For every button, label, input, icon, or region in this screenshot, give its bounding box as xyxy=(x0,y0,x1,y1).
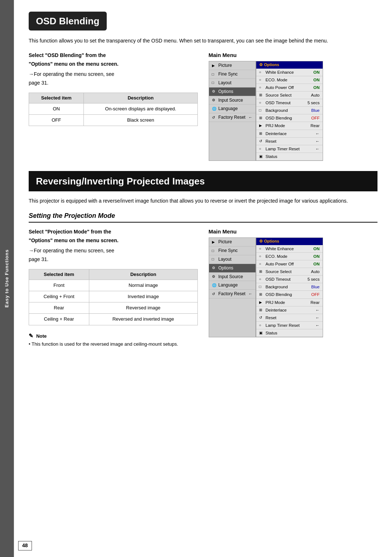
side-tab: Easy to Use Functions xyxy=(0,0,14,557)
note-box: ✎ Note • This function is used for the r… xyxy=(29,332,198,347)
option-icon: ↺ xyxy=(259,315,264,320)
menu-item: ▶Picture xyxy=(209,238,256,247)
option-label: Status xyxy=(266,330,306,336)
options-row: ⊞OSD BlendingOFF xyxy=(256,291,323,298)
option-value: ON xyxy=(307,77,320,83)
section1-menu-label: Main Menu xyxy=(209,51,378,59)
menu-item-label: Options xyxy=(219,265,233,271)
menu-icon: ▶ xyxy=(212,240,217,245)
options-row: ↺Reset← xyxy=(256,314,323,322)
section1-description: This function allows you to set the tran… xyxy=(29,37,377,45)
section2-options-menu: ⚙Options○White EnhanceON○ECO. ModeON○Aut… xyxy=(256,237,323,337)
menu-item: ↺Factory Reset← xyxy=(209,113,256,122)
menu-item-label: Options xyxy=(219,89,233,95)
menu-item: □Layout xyxy=(209,255,256,264)
options-row: ↺Reset← xyxy=(256,138,323,145)
section2-left: Select "Projection Mode" from the "Optio… xyxy=(29,228,198,347)
options-title: Options xyxy=(264,239,279,244)
options-row: ○White EnhanceON xyxy=(256,69,323,76)
menu-icon: □ xyxy=(212,257,217,262)
option-icon: ⊞ xyxy=(259,269,264,274)
menu-item-label: Layout xyxy=(219,80,232,86)
s2-instruction-line4: page 31. xyxy=(29,256,49,262)
enter-arrow: ← xyxy=(249,291,253,297)
table-row: Ceiling + RearReversed and inverted imag… xyxy=(29,314,198,325)
option-label: Lamp Timer Reset xyxy=(266,146,306,152)
section2-main-menu: ▶Picture□Fine Sync□Layout⚙Options⚙Input … xyxy=(209,237,256,337)
option-label: Status xyxy=(266,154,306,159)
option-value: Auto xyxy=(307,269,320,275)
options-row: ○ECO. ModeON xyxy=(256,253,323,260)
option-label: OSD Blending xyxy=(266,292,306,297)
note-icon: ✎ xyxy=(29,333,33,339)
options-row: ⊞Source SelectAuto xyxy=(256,92,323,99)
option-label: Reset xyxy=(266,315,306,321)
option-value: Rear xyxy=(307,300,320,305)
table-header-desc: Description xyxy=(84,93,197,103)
section2-subsection-title: Setting the Projection Mode xyxy=(29,211,377,223)
menu-item: ⚙Options xyxy=(209,88,256,96)
option-icon: ○ xyxy=(259,77,264,82)
table-row: RearReversed image xyxy=(29,302,198,314)
menu-icon: □ xyxy=(212,72,217,77)
option-icon: ▶ xyxy=(259,123,264,128)
option-icon: ○ xyxy=(259,85,264,90)
option-value: OFF xyxy=(307,115,320,121)
option-icon: ▣ xyxy=(259,330,264,336)
option-icon: □ xyxy=(259,108,264,113)
option-icon: ○ xyxy=(259,254,264,259)
menu-icon: □ xyxy=(212,248,217,253)
table-cell-item: OFF xyxy=(29,114,84,126)
option-label: Source Select xyxy=(266,92,306,98)
s2-instruction-line3: →For operating the menu screen, see xyxy=(29,247,198,255)
instruction-line2: "Options" menu on the menu screen. xyxy=(29,61,118,67)
option-icon: ○ xyxy=(259,323,264,328)
options-row: □BackgroundBlue xyxy=(256,283,323,291)
table-cell-desc: Reversed image xyxy=(89,302,197,314)
option-label: Auto Power Off xyxy=(266,261,306,267)
menu-icon: ⚙ xyxy=(212,274,217,279)
options-row: ⊞Deinterlace← xyxy=(256,306,323,314)
option-label: PRJ Mode xyxy=(266,300,306,305)
option-label: OSD Blending xyxy=(266,115,306,121)
section1-title: OSD Blending xyxy=(29,12,107,31)
option-icon: ⊞ xyxy=(259,93,264,98)
options-row: ○Lamp Timer Reset← xyxy=(256,322,323,329)
option-label: OSD Timeout xyxy=(266,100,306,106)
option-label: White Enhance xyxy=(266,69,306,75)
option-value: Blue xyxy=(307,284,320,290)
section2-menu-area: ▶Picture□Fine Sync□Layout⚙Options⚙Input … xyxy=(209,237,378,337)
enter-arrow: ← xyxy=(249,115,253,120)
options-row: ⊞Deinterlace← xyxy=(256,130,323,138)
s2-instruction-line1: Select "Projection Mode" from the xyxy=(29,229,111,235)
option-value: ← xyxy=(307,146,320,152)
table-row: OFFBlack screen xyxy=(29,114,198,126)
options-row: ▶PRJ ModeRear xyxy=(256,122,323,130)
options-title: Options xyxy=(264,62,279,68)
option-label: Background xyxy=(266,107,306,113)
option-label: Reset xyxy=(266,138,306,144)
menu-item-label: Picture xyxy=(219,62,232,69)
section1-main-menu: ▶Picture□Fine Sync□Layout⚙Options⚙Input … xyxy=(209,61,256,161)
section1-menu-area: ▶Picture□Fine Sync□Layout⚙Options⚙Input … xyxy=(209,61,378,161)
option-icon: ○ xyxy=(259,70,264,75)
menu-item-label: Factory Reset xyxy=(219,114,246,121)
menu-icon: ⚙ xyxy=(212,89,217,94)
page-container: Easy to Use Functions OSD Blending This … xyxy=(0,0,392,557)
menu-item: 🌐Language xyxy=(209,105,256,113)
section2-right: Main Menu ▶Picture□Fine Sync□Layout⚙Opti… xyxy=(209,228,378,337)
table-cell-item: Rear xyxy=(29,302,89,314)
option-label: OSD Timeout xyxy=(266,276,306,282)
options-icon: ⚙ xyxy=(259,62,263,68)
option-label: ECO. Mode xyxy=(266,77,306,83)
section-osd-blending: OSD Blending This function allows you to… xyxy=(29,12,377,161)
s2-instruction-line2: "Options" menu on the menu screen. xyxy=(29,237,118,243)
table-cell-item: ON xyxy=(29,103,84,114)
table-row: ONOn-screen displays are displayed. xyxy=(29,103,198,114)
option-value: ← xyxy=(307,322,320,328)
menu-item: □Layout xyxy=(209,79,256,88)
table-cell-desc: Inverted image xyxy=(89,291,197,302)
option-value: ← xyxy=(307,131,320,137)
menu-item: ⚙Options xyxy=(209,264,256,273)
menu-icon: 🌐 xyxy=(212,106,217,111)
